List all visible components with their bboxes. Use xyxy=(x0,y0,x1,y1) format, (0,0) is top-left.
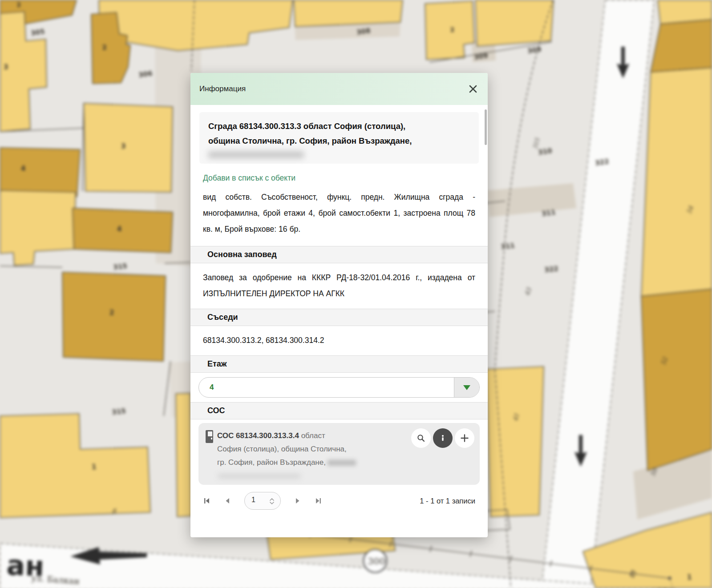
section-header-main-order: Основна заповед xyxy=(190,246,488,263)
info-panel: Информация Сграда 68134.300.313.3 област… xyxy=(190,73,488,537)
map-label: 1 xyxy=(687,573,692,581)
map-label: 311 xyxy=(501,242,515,251)
map-label: 2 xyxy=(102,43,107,52)
last-page-button[interactable] xyxy=(315,497,322,504)
info-icon xyxy=(437,433,448,443)
close-button[interactable] xyxy=(467,83,479,95)
redacted-text xyxy=(218,474,300,479)
map-label: 2 xyxy=(109,309,114,317)
plus-icon xyxy=(459,433,470,443)
sos-item-line3: гр. София, район Възраждане, xyxy=(217,458,326,467)
panel-header: Информация xyxy=(190,73,488,105)
redacted-text xyxy=(328,460,356,466)
map-label: 3 xyxy=(4,63,8,71)
first-page-icon xyxy=(203,497,210,504)
pagination: 1 1 - 1 от 1 записи xyxy=(203,492,475,510)
map-label: 300 xyxy=(368,556,385,567)
sos-item-line2: София (столица), община Столична, xyxy=(217,445,347,453)
last-page-icon xyxy=(315,497,322,504)
magnifier-icon xyxy=(416,433,426,443)
floor-dropdown[interactable]: 4 xyxy=(198,377,480,398)
building-icon xyxy=(206,430,213,443)
floor-dropdown-arrow-button[interactable] xyxy=(454,378,479,397)
map-label: 322 xyxy=(544,265,559,274)
first-page-button[interactable] xyxy=(203,497,210,504)
map-label: 4 xyxy=(117,225,121,233)
add-object-button[interactable] xyxy=(455,428,474,448)
close-icon xyxy=(467,83,479,95)
page-number-value: 1 xyxy=(251,496,255,504)
spinner-icon xyxy=(268,497,275,505)
prev-page-button[interactable] xyxy=(224,497,231,504)
page-number-input[interactable]: 1 xyxy=(244,492,281,510)
sos-item-line1-rest: област xyxy=(301,431,325,440)
scrollbar-thumb[interactable] xyxy=(485,109,487,145)
redacted-address xyxy=(208,151,304,158)
section-header-sos: СОС xyxy=(190,402,488,419)
object-info-button[interactable] xyxy=(433,428,453,448)
add-to-object-list-link[interactable]: Добави в списък с обекти xyxy=(203,173,475,183)
sos-item-actions xyxy=(411,428,474,448)
records-summary: 1 - 1 от 1 записи xyxy=(420,497,475,505)
sos-list-item[interactable]: СОС 68134.300.313.3.4 област София (стол… xyxy=(198,423,480,485)
map-label: 315 xyxy=(112,407,126,416)
section-header-neighbors: Съседи xyxy=(190,309,488,326)
chevron-down-icon xyxy=(463,385,470,390)
object-title-line2: община Столична, гр. София, район Възраж… xyxy=(208,133,470,148)
prev-page-icon xyxy=(224,497,231,504)
section-header-floor: Етаж xyxy=(190,355,488,373)
panel-body: Сграда 68134.300.313.3 област София (сто… xyxy=(190,105,488,537)
map-label: 3 xyxy=(121,142,125,150)
sos-item-id: СОС 68134.300.313.3.4 xyxy=(217,431,299,440)
screen: 23053230634431523151б3082309309315310322… xyxy=(0,0,712,588)
map-label: 2 xyxy=(450,26,455,33)
object-title-box: Сграда 68134.300.313.3 област София (сто… xyxy=(199,112,479,164)
sos-item-text: СОС 68134.300.313.3.4 област София (стол… xyxy=(206,429,395,479)
map-label: 315 xyxy=(113,262,128,271)
map-label: 4 xyxy=(21,165,25,173)
order-text: Заповед за одобрение на КККР РД-18-32/01… xyxy=(203,270,475,302)
zoom-to-object-button[interactable] xyxy=(411,428,431,448)
attributes-text: вид собств. Съсобственост, функц. предн.… xyxy=(203,189,475,237)
neighbors-text: 68134.300.313.2, 68134.300.314.2 xyxy=(203,332,475,348)
map-label: 1 xyxy=(92,463,96,471)
next-page-icon xyxy=(294,497,301,504)
floor-dropdown-value: 4 xyxy=(210,383,214,392)
panel-title: Информация xyxy=(199,85,246,93)
object-title-line1: Сграда 68134.300.313.3 област София (сто… xyxy=(208,119,470,133)
next-page-button[interactable] xyxy=(294,497,301,504)
map-label: 2 xyxy=(16,1,21,8)
